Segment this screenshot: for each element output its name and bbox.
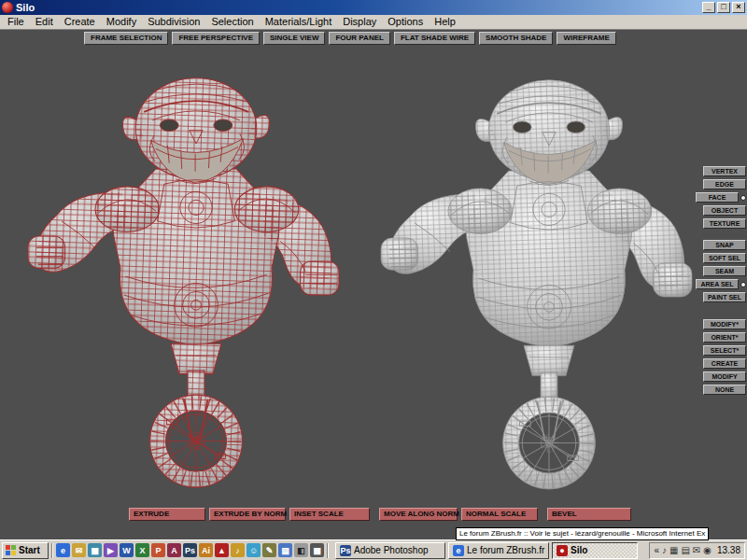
object-mode-button[interactable]: OBJECT [703,205,746,216]
quick-launch-bar: e ✉ ▦ ▶ W X P A Ps Ai ▲ ♪ ☺ ✎ ▤ ◧ ▩ [56,543,324,557]
task-zbrush-forum[interactable]: e Le forum ZBrush.fr :: V... [448,542,549,559]
tray-expand-chevron[interactable]: « [654,545,659,555]
four-panel-button[interactable]: FOUR PANEL [329,32,389,45]
none-button[interactable]: NONE [703,385,746,395]
ie-task-icon: e [453,545,464,556]
acrobat-icon[interactable]: ▲ [215,543,229,557]
menu-edit[interactable]: Edit [30,15,59,29]
network-icon[interactable]: ▤ [681,546,689,555]
winamp-icon[interactable]: ♪ [231,543,245,557]
notepad-icon[interactable]: ✎ [262,543,276,557]
menu-subdivision[interactable]: Subdivision [142,15,205,29]
messenger-icon[interactable]: ☺ [247,543,261,557]
texture-mode-button[interactable]: TEXTURE [703,218,746,229]
paint-icon[interactable]: ◧ [294,543,308,557]
clock: 13.38 [714,545,740,555]
viewport[interactable]: FRAME SELECTION FREE PERSPECTIVE SINGLE … [0,30,747,539]
wireframe-button[interactable]: WIREFRAME [557,32,615,45]
maximize-button[interactable]: □ [717,2,730,13]
window-title: Silo [16,0,35,15]
modify-button[interactable]: MODIFY [703,371,746,382]
menu-modify[interactable]: Modify [101,15,142,29]
normal-scale-button[interactable]: NORMAL SCALE [461,508,538,521]
task-adobe-photoshop[interactable]: Ps Adobe Photoshop [335,542,445,559]
access-icon[interactable]: A [167,543,181,557]
seam-button[interactable]: SEAM [703,266,746,276]
powerpoint-icon[interactable]: P [151,543,165,557]
task-label: Le forum ZBrush.fr :: V... [467,545,549,555]
inset-scale-button[interactable]: INSET SCALE [289,508,370,521]
model-left-wireframe[interactable] [28,78,339,487]
silo-logo-icon [2,2,13,13]
windows-logo-icon [6,545,16,555]
ie-icon[interactable]: e [56,543,70,557]
taskbar-tooltip: Le forum ZBrush.fr :: Voir le sujet - lé… [456,527,709,540]
orient-button[interactable]: ORIENT* [703,332,746,343]
active-indicator [740,195,746,201]
frame-selection-button[interactable]: FRAME SELECTION [84,32,168,45]
taskbar-divider [327,543,329,558]
model-right-smooth[interactable] [381,80,692,489]
taskbar-divider [51,543,53,558]
single-view-button[interactable]: SINGLE VIEW [263,32,325,45]
paint-sel-button[interactable]: PAINT SEL [703,292,746,302]
silo-task-icon: ● [557,545,568,556]
menu-materials-light[interactable]: Materials/Light [260,15,338,29]
right-panel: VERTEX EDGE FACE OBJECT TEXTURE SNAP SOF… [694,166,746,398]
close-button[interactable]: × [732,2,745,13]
show-desktop-icon[interactable]: ▦ [88,543,102,557]
active-indicator [740,282,746,287]
start-button[interactable]: Start [2,542,49,559]
taskbar: Start e ✉ ▦ ▶ W X P A Ps Ai ▲ ♪ ☺ ✎ ▤ ◧ … [0,539,747,560]
bevel-button[interactable]: BEVEL [547,508,631,521]
mail-icon[interactable]: ✉ [72,543,86,557]
face-mode-button[interactable]: FACE [696,192,739,203]
scheduler-icon[interactable]: ◉ [703,546,712,555]
silo-app-window: Silo _ □ × File Edit Create Modify Subdi… [0,0,747,560]
mail-notify-icon[interactable]: ✉ [693,546,700,555]
viewport-toolbar: FRAME SELECTION FREE PERSPECTIVE SINGLE … [84,32,616,45]
explorer-icon[interactable]: ▤ [278,543,292,557]
start-label: Start [19,545,40,555]
menu-display[interactable]: Display [337,15,382,29]
create-button[interactable]: CREATE [703,358,746,369]
vertex-mode-button[interactable]: VERTEX [703,166,746,176]
flat-shade-wire-button[interactable]: FLAT SHADE WIRE [394,32,475,45]
task-silo[interactable]: ● Silo [552,542,638,559]
volume-icon[interactable]: ♪ [662,546,667,555]
word-icon[interactable]: W [120,543,134,557]
photoshop-icon[interactable]: Ps [183,543,197,557]
bottom-toolbar: EXTRUDE EXTRUDE BY NORM INSET SCALE MOVE… [129,508,631,521]
snap-button[interactable]: SNAP [703,240,746,250]
task-buttons: Ps Adobe Photoshop e Le forum ZBrush.fr … [335,542,638,559]
menu-options[interactable]: Options [382,15,429,29]
area-sel-button[interactable]: AREA SEL [696,279,739,289]
menu-selection[interactable]: Selection [205,15,259,29]
illustrator-icon[interactable]: Ai [199,543,213,557]
excel-icon[interactable]: X [135,543,149,557]
extrude-by-norm-button[interactable]: EXTRUDE BY NORM [209,508,286,521]
menu-help[interactable]: Help [429,15,461,29]
display-icon[interactable]: ▦ [669,546,678,555]
menu-bar: File Edit Create Modify Subdivision Sele… [0,15,747,30]
smooth-shade-button[interactable]: SMOOTH SHADE [479,32,553,45]
calculator-icon[interactable]: ▩ [310,543,324,557]
menu-file[interactable]: File [2,15,30,29]
media-player-icon[interactable]: ▶ [104,543,118,557]
task-label: Silo [571,545,587,555]
system-tray: « ♪ ▦ ▤ ✉ ◉ 13.38 [649,542,745,559]
title-bar: Silo _ □ × [0,0,747,15]
menu-create[interactable]: Create [59,15,101,29]
viewport-canvas[interactable] [0,30,747,539]
soft-sel-button[interactable]: SOFT SEL [703,253,746,263]
extrude-button[interactable]: EXTRUDE [129,508,205,521]
free-perspective-button[interactable]: FREE PERSPECTIVE [172,32,260,45]
edge-mode-button[interactable]: EDGE [703,179,746,189]
select-button[interactable]: SELECT* [703,345,746,356]
task-label: Adobe Photoshop [354,545,429,555]
photoshop-task-icon: Ps [340,545,351,556]
minimize-button[interactable]: _ [702,2,715,13]
modify-manip-button[interactable]: MODIFY* [703,319,746,329]
move-along-norm-button[interactable]: MOVE ALONG NORM [379,508,458,521]
